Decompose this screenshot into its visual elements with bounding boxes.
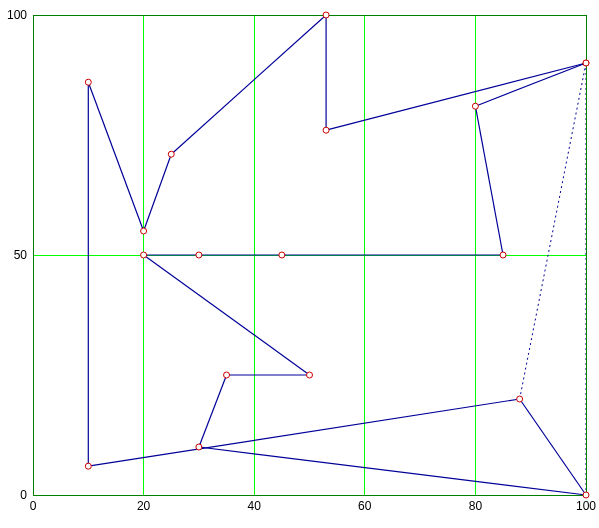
data-segment bbox=[144, 255, 310, 375]
data-marker bbox=[196, 252, 202, 258]
x-tick-label: 40 bbox=[248, 499, 262, 513]
data-segment bbox=[88, 399, 519, 466]
data-marker bbox=[472, 103, 478, 109]
data-segment bbox=[520, 399, 586, 495]
data-marker bbox=[500, 252, 506, 258]
data-marker bbox=[168, 151, 174, 157]
data-marker bbox=[141, 228, 147, 234]
data-segment bbox=[88, 82, 143, 231]
data-segment bbox=[475, 63, 586, 106]
y-tick-label: 0 bbox=[20, 488, 27, 502]
data-marker bbox=[517, 396, 523, 402]
data-marker bbox=[583, 60, 589, 66]
x-tick-label: 60 bbox=[358, 499, 372, 513]
x-tick-label: 80 bbox=[469, 499, 483, 513]
data-marker bbox=[224, 372, 230, 378]
data-segment bbox=[475, 106, 503, 255]
x-tick-label: 20 bbox=[137, 499, 151, 513]
data-marker bbox=[583, 492, 589, 498]
data-marker bbox=[85, 463, 91, 469]
data-segment bbox=[199, 447, 586, 495]
data-marker bbox=[141, 252, 147, 258]
data-segment bbox=[144, 154, 172, 231]
chart-svg: 020406080100050100 bbox=[0, 0, 599, 528]
data-marker bbox=[85, 79, 91, 85]
data-marker bbox=[307, 372, 313, 378]
data-marker bbox=[323, 12, 329, 18]
data-marker bbox=[323, 127, 329, 133]
data-segment bbox=[171, 15, 326, 154]
data-marker bbox=[279, 252, 285, 258]
y-tick-label: 100 bbox=[7, 8, 27, 22]
y-tick-label: 50 bbox=[14, 248, 28, 262]
x-tick-label: 0 bbox=[30, 499, 37, 513]
chart-container: 020406080100050100 bbox=[0, 0, 599, 528]
data-marker bbox=[196, 444, 202, 450]
data-segment bbox=[520, 63, 586, 399]
x-tick-label: 100 bbox=[576, 499, 596, 513]
data-segment bbox=[199, 375, 227, 447]
